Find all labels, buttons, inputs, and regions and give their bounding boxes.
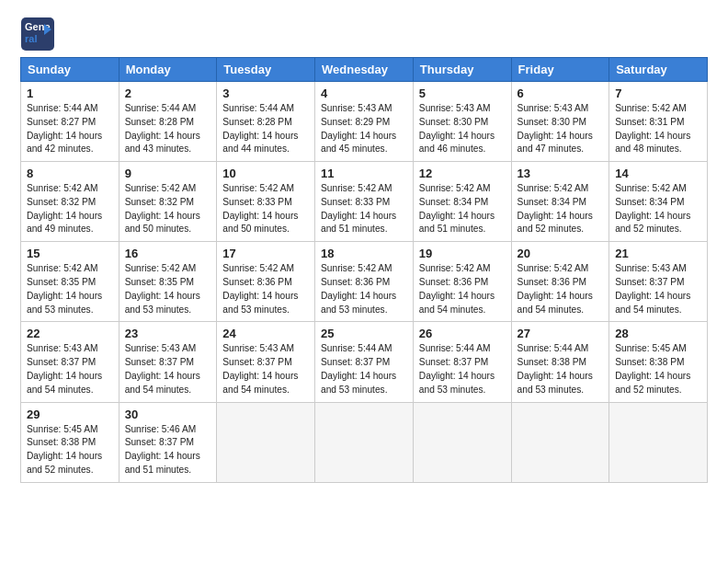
day-info: Sunrise: 5:43 AM Sunset: 8:37 PM Dayligh…	[125, 342, 211, 396]
day-info: Sunrise: 5:43 AM Sunset: 8:30 PM Dayligh…	[518, 102, 604, 156]
day-info: Sunrise: 5:44 AM Sunset: 8:38 PM Dayligh…	[518, 342, 604, 396]
day-cell: 27Sunrise: 5:44 AM Sunset: 8:38 PM Dayli…	[511, 322, 609, 402]
day-cell: 25Sunrise: 5:44 AM Sunset: 8:37 PM Dayli…	[315, 322, 414, 402]
day-number: 15	[27, 247, 113, 260]
svg-text:ral: ral	[25, 33, 37, 44]
day-number: 23	[125, 327, 211, 340]
day-info: Sunrise: 5:44 AM Sunset: 8:27 PM Dayligh…	[27, 102, 113, 156]
day-cell: 21Sunrise: 5:43 AM Sunset: 8:37 PM Dayli…	[609, 242, 708, 322]
day-info: Sunrise: 5:46 AM Sunset: 8:37 PM Dayligh…	[125, 423, 211, 477]
day-info: Sunrise: 5:42 AM Sunset: 8:35 PM Dayligh…	[27, 262, 113, 316]
day-number: 4	[321, 86, 407, 100]
day-cell: 9Sunrise: 5:42 AM Sunset: 8:32 PM Daylig…	[119, 162, 217, 242]
day-number: 21	[615, 247, 701, 260]
col-header-sunday: Sunday	[21, 58, 119, 82]
day-info: Sunrise: 5:45 AM Sunset: 8:38 PM Dayligh…	[615, 342, 701, 396]
day-cell: 19Sunrise: 5:42 AM Sunset: 8:36 PM Dayli…	[413, 242, 511, 322]
day-number: 3	[222, 86, 309, 100]
day-cell: 10Sunrise: 5:42 AM Sunset: 8:33 PM Dayli…	[217, 162, 315, 242]
day-number: 2	[125, 86, 211, 100]
day-cell: 20Sunrise: 5:42 AM Sunset: 8:36 PM Dayli…	[511, 242, 609, 322]
day-cell: 30Sunrise: 5:46 AM Sunset: 8:37 PM Dayli…	[119, 402, 217, 482]
day-cell: 15Sunrise: 5:42 AM Sunset: 8:35 PM Dayli…	[21, 242, 119, 322]
col-header-friday: Friday	[511, 58, 609, 82]
day-info: Sunrise: 5:42 AM Sunset: 8:32 PM Dayligh…	[27, 182, 113, 236]
day-number: 27	[518, 327, 604, 340]
day-cell	[413, 402, 511, 482]
day-cell: 3Sunrise: 5:44 AM Sunset: 8:28 PM Daylig…	[217, 82, 315, 162]
day-number: 30	[125, 408, 211, 421]
day-number: 26	[419, 327, 506, 340]
day-info: Sunrise: 5:43 AM Sunset: 8:37 PM Dayligh…	[27, 342, 113, 396]
day-cell	[511, 402, 609, 482]
day-cell: 24Sunrise: 5:43 AM Sunset: 8:37 PM Dayli…	[217, 322, 315, 402]
day-info: Sunrise: 5:42 AM Sunset: 8:35 PM Dayligh…	[125, 262, 211, 316]
week-row-2: 8Sunrise: 5:42 AM Sunset: 8:32 PM Daylig…	[21, 162, 708, 242]
day-info: Sunrise: 5:42 AM Sunset: 8:33 PM Dayligh…	[321, 182, 407, 236]
day-number: 6	[518, 86, 604, 100]
day-number: 16	[125, 247, 211, 260]
day-info: Sunrise: 5:42 AM Sunset: 8:32 PM Dayligh…	[125, 182, 211, 236]
day-number: 8	[27, 167, 113, 180]
calendar-header-row: SundayMondayTuesdayWednesdayThursdayFrid…	[21, 58, 708, 82]
page: Gene ral SundayMondayTuesdayWednesdayThu…	[0, 0, 728, 563]
day-number: 14	[615, 167, 701, 180]
day-cell: 4Sunrise: 5:43 AM Sunset: 8:29 PM Daylig…	[315, 82, 414, 162]
day-cell: 26Sunrise: 5:44 AM Sunset: 8:37 PM Dayli…	[413, 322, 511, 402]
day-info: Sunrise: 5:42 AM Sunset: 8:31 PM Dayligh…	[615, 102, 701, 156]
day-cell: 17Sunrise: 5:42 AM Sunset: 8:36 PM Dayli…	[217, 242, 315, 322]
day-info: Sunrise: 5:42 AM Sunset: 8:36 PM Dayligh…	[222, 262, 309, 316]
day-cell: 8Sunrise: 5:42 AM Sunset: 8:32 PM Daylig…	[21, 162, 119, 242]
day-info: Sunrise: 5:42 AM Sunset: 8:33 PM Dayligh…	[222, 182, 309, 236]
col-header-tuesday: Tuesday	[217, 58, 315, 82]
week-row-4: 22Sunrise: 5:43 AM Sunset: 8:37 PM Dayli…	[21, 322, 708, 402]
day-info: Sunrise: 5:42 AM Sunset: 8:36 PM Dayligh…	[419, 262, 506, 316]
calendar-table: SundayMondayTuesdayWednesdayThursdayFrid…	[20, 57, 708, 483]
day-cell: 18Sunrise: 5:42 AM Sunset: 8:36 PM Dayli…	[315, 242, 414, 322]
day-number: 19	[419, 247, 506, 260]
day-number: 24	[222, 327, 309, 340]
day-info: Sunrise: 5:43 AM Sunset: 8:37 PM Dayligh…	[222, 342, 309, 396]
day-number: 11	[321, 167, 407, 180]
day-number: 10	[222, 167, 309, 180]
day-number: 12	[419, 167, 506, 180]
day-info: Sunrise: 5:42 AM Sunset: 8:34 PM Dayligh…	[419, 182, 506, 236]
col-header-monday: Monday	[119, 58, 217, 82]
col-header-thursday: Thursday	[413, 58, 511, 82]
week-row-5: 29Sunrise: 5:45 AM Sunset: 8:38 PM Dayli…	[21, 402, 708, 482]
day-info: Sunrise: 5:43 AM Sunset: 8:30 PM Dayligh…	[419, 102, 506, 156]
day-info: Sunrise: 5:43 AM Sunset: 8:37 PM Dayligh…	[615, 262, 701, 316]
day-info: Sunrise: 5:44 AM Sunset: 8:28 PM Dayligh…	[125, 102, 211, 156]
day-number: 5	[419, 86, 506, 100]
day-number: 9	[125, 167, 211, 180]
day-cell: 28Sunrise: 5:45 AM Sunset: 8:38 PM Dayli…	[609, 322, 708, 402]
day-info: Sunrise: 5:42 AM Sunset: 8:36 PM Dayligh…	[518, 262, 604, 316]
day-cell: 29Sunrise: 5:45 AM Sunset: 8:38 PM Dayli…	[21, 402, 119, 482]
day-cell	[609, 402, 708, 482]
logo-icon: Gene ral	[20, 17, 55, 52]
day-cell: 22Sunrise: 5:43 AM Sunset: 8:37 PM Dayli…	[21, 322, 119, 402]
day-number: 7	[615, 86, 701, 100]
day-number: 13	[518, 167, 604, 180]
col-header-wednesday: Wednesday	[315, 58, 414, 82]
day-cell: 14Sunrise: 5:42 AM Sunset: 8:34 PM Dayli…	[609, 162, 708, 242]
day-cell: 6Sunrise: 5:43 AM Sunset: 8:30 PM Daylig…	[511, 82, 609, 162]
day-info: Sunrise: 5:44 AM Sunset: 8:37 PM Dayligh…	[419, 342, 506, 396]
week-row-3: 15Sunrise: 5:42 AM Sunset: 8:35 PM Dayli…	[21, 242, 708, 322]
day-info: Sunrise: 5:42 AM Sunset: 8:36 PM Dayligh…	[321, 262, 407, 316]
day-cell: 1Sunrise: 5:44 AM Sunset: 8:27 PM Daylig…	[21, 82, 119, 162]
logo: Gene ral	[20, 17, 59, 52]
header: Gene ral	[20, 17, 708, 52]
day-number: 22	[27, 327, 113, 340]
day-cell: 5Sunrise: 5:43 AM Sunset: 8:30 PM Daylig…	[413, 82, 511, 162]
day-number: 18	[321, 247, 407, 260]
day-info: Sunrise: 5:45 AM Sunset: 8:38 PM Dayligh…	[27, 423, 113, 477]
day-number: 20	[518, 247, 604, 260]
day-cell: 11Sunrise: 5:42 AM Sunset: 8:33 PM Dayli…	[315, 162, 414, 242]
day-info: Sunrise: 5:44 AM Sunset: 8:28 PM Dayligh…	[222, 102, 309, 156]
day-number: 29	[27, 408, 113, 421]
col-header-saturday: Saturday	[609, 58, 708, 82]
day-info: Sunrise: 5:44 AM Sunset: 8:37 PM Dayligh…	[321, 342, 407, 396]
day-info: Sunrise: 5:42 AM Sunset: 8:34 PM Dayligh…	[615, 182, 701, 236]
day-number: 1	[27, 86, 113, 100]
